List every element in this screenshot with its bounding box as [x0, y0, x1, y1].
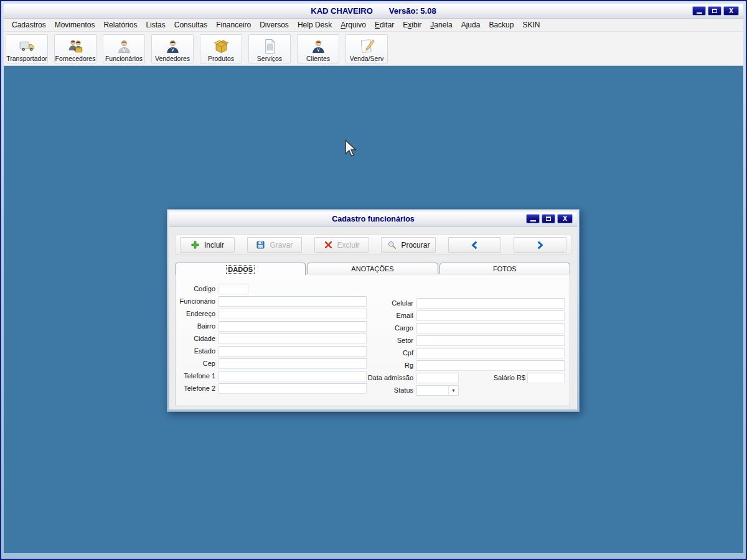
toolbar-venda-serv-button[interactable]: Venda/Serv: [345, 34, 388, 63]
rg-label: Rg: [357, 362, 413, 369]
toolbar-funcionarios-button[interactable]: Funcionários: [103, 34, 145, 63]
cargo-input[interactable]: [416, 323, 565, 334]
cidade-input[interactable]: [218, 334, 367, 344]
codigo-label: Codigo: [176, 285, 215, 292]
cpf-input[interactable]: [416, 348, 565, 358]
funcionario-label: Funcionário: [176, 297, 215, 305]
endereco-input[interactable]: [218, 309, 367, 319]
incluir-button[interactable]: Incluir: [180, 237, 235, 253]
maximize-button[interactable]: [708, 6, 721, 16]
menu-backup[interactable]: Backup: [484, 19, 518, 30]
floppy-icon: [256, 240, 265, 250]
sale-service-icon: [359, 38, 375, 55]
toolbar-label: Serviços: [257, 55, 282, 62]
email-input[interactable]: [416, 310, 565, 321]
cep-label: Cep: [176, 360, 215, 367]
excluir-button[interactable]: Excluir: [314, 237, 369, 253]
main-titlebar[interactable]: KAD CHAVEIRO Versão: 5.08 X: [4, 4, 743, 19]
toolbar-label: Transportador: [6, 55, 47, 62]
status-label: Status: [357, 386, 413, 394]
minimize-icon: [697, 12, 702, 14]
gravar-button[interactable]: Gravar: [247, 237, 302, 253]
toolbar-fornecedores-button[interactable]: Fornecedores: [54, 34, 96, 63]
rg-input[interactable]: [416, 360, 565, 371]
telefone1-input[interactable]: [218, 371, 367, 381]
procurar-button[interactable]: Procurar: [381, 237, 436, 253]
procurar-label: Procurar: [401, 241, 430, 250]
menu-janela[interactable]: Janela: [426, 19, 456, 30]
codigo-input[interactable]: [218, 284, 248, 294]
services-icon: [261, 38, 278, 55]
setor-input[interactable]: [416, 335, 565, 346]
minimize-button[interactable]: [692, 6, 706, 16]
menu-relatorios[interactable]: Relatórios: [99, 19, 141, 30]
tab-anotacoes[interactable]: ANOTAÇÕES: [307, 263, 438, 274]
estado-label: Estado: [176, 347, 215, 355]
dialog-body: Incluir Gravar: [169, 227, 577, 409]
menu-consultas[interactable]: Consultas: [170, 19, 212, 30]
menu-listas[interactable]: Listas: [141, 19, 169, 30]
toolbar-servicos-button[interactable]: Serviços: [248, 34, 291, 63]
app-title: KAD CHAVEIRO: [311, 6, 372, 16]
toolbar-vendedores-button[interactable]: Vendedores: [151, 34, 194, 63]
previous-record-button[interactable]: [448, 237, 501, 253]
suppliers-icon: [67, 38, 84, 55]
maximize-icon: [546, 217, 551, 221]
dialog-minimize-button[interactable]: [526, 214, 540, 223]
window-frame: KAD CHAVEIRO Versão: 5.08 X Cadastros Mo…: [1, 1, 746, 559]
employees-icon: [116, 38, 133, 55]
estado-input[interactable]: [218, 346, 367, 357]
maximize-icon: [712, 9, 717, 13]
toolbar-label: Clientes: [306, 55, 330, 62]
telefone2-input[interactable]: [218, 383, 367, 394]
menu-exibir[interactable]: Exibir: [398, 19, 426, 30]
menu-cadastros[interactable]: Cadastros: [7, 19, 50, 30]
main-toolbar: Transportador Fornecedores: [4, 32, 743, 66]
data-admissao-input[interactable]: [416, 373, 459, 383]
app-version: Versão: 5.08: [389, 6, 436, 16]
celular-input[interactable]: [416, 298, 565, 309]
status-select[interactable]: ▼: [416, 385, 459, 396]
setor-label: Setor: [357, 337, 413, 344]
toolbar-transportador-button[interactable]: Transportador: [6, 34, 48, 63]
tab-fotos[interactable]: FOTOS: [439, 263, 570, 274]
endereco-label: Endereço: [176, 310, 215, 317]
dialog-titlebar[interactable]: Cadastro funcionários X: [169, 212, 577, 227]
application-window: KAD CHAVEIRO Versão: 5.08 X Cadastros Mo…: [0, 0, 747, 560]
dados-tab-panel: Codigo Funcionário Endereço Bairro Cidad…: [175, 274, 570, 406]
toolbar-clientes-button[interactable]: Clientes: [297, 34, 339, 63]
menu-skin[interactable]: SKIN: [518, 19, 544, 30]
next-record-button[interactable]: [514, 237, 566, 253]
dialog-close-button[interactable]: X: [557, 214, 573, 223]
salario-input[interactable]: [527, 373, 565, 383]
menu-financeiro[interactable]: Financeiro: [212, 19, 255, 30]
cargo-label: Cargo: [357, 324, 413, 332]
cpf-label: Cpf: [357, 349, 413, 357]
vendors-icon: [164, 38, 181, 55]
tab-dados[interactable]: DADOS: [175, 263, 306, 275]
menu-arquivo[interactable]: Arquivo: [336, 19, 370, 30]
menu-ajuda[interactable]: Ajuda: [457, 19, 485, 30]
cep-input[interactable]: [218, 358, 367, 369]
telefone1-label: Telefone 1: [176, 372, 215, 380]
toolbar-label: Vendedores: [155, 55, 190, 62]
toolbar-label: Produtos: [208, 55, 234, 62]
mouse-cursor: [344, 139, 357, 158]
clients-icon: [310, 38, 327, 55]
dialog-action-panel: Incluir Gravar: [175, 235, 571, 255]
dialog-maximize-button[interactable]: [542, 214, 555, 223]
toolbar-produtos-button[interactable]: Produtos: [200, 34, 242, 63]
menu-diversos[interactable]: Diversos: [255, 19, 293, 30]
data-admissao-label: Data admissão: [357, 374, 413, 381]
cidade-label: Cidade: [176, 335, 215, 342]
main-title: KAD CHAVEIRO Versão: 5.08: [311, 6, 436, 16]
plus-icon: [190, 240, 200, 250]
dialog-tabstrip: DADOS ANOTAÇÕES FOTOS: [175, 263, 570, 274]
telefone2-label: Telefone 2: [176, 385, 215, 392]
funcionario-input[interactable]: [218, 296, 367, 307]
menu-editar[interactable]: Editar: [370, 19, 398, 30]
menu-helpdesk[interactable]: Help Desk: [293, 19, 336, 30]
menu-movimentos[interactable]: Movimentos: [50, 19, 100, 30]
close-button[interactable]: X: [723, 6, 739, 16]
bairro-input[interactable]: [218, 321, 367, 332]
